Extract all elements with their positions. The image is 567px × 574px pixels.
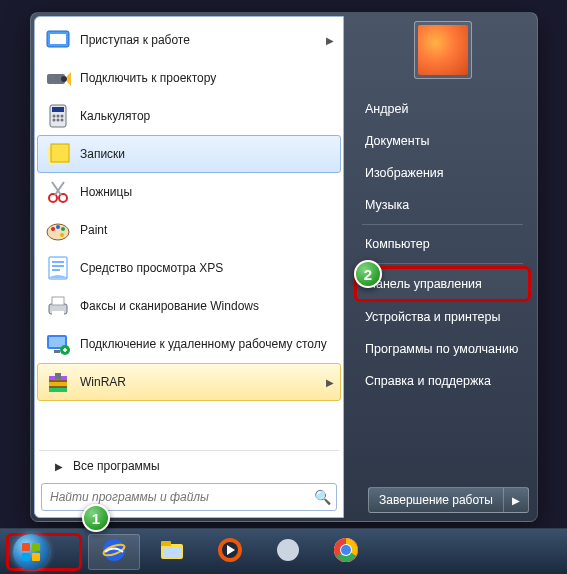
separator	[362, 224, 523, 225]
right-item-2[interactable]: Изображения	[354, 157, 531, 189]
taskbar-item-media-player[interactable]	[204, 534, 256, 570]
start-button[interactable]	[6, 533, 82, 571]
projector-icon	[44, 64, 72, 92]
svg-point-20	[60, 233, 64, 237]
program-item-remote[interactable]: Подключение к удаленному рабочему столу	[37, 325, 341, 363]
svg-point-17	[51, 227, 55, 231]
fax-icon	[44, 292, 72, 320]
svg-point-19	[61, 227, 65, 231]
right-item-8[interactable]: Устройства и принтеры	[354, 301, 531, 333]
windows-orb-icon	[13, 534, 49, 570]
svg-rect-27	[54, 350, 60, 353]
right-item-3[interactable]: Музыка	[354, 189, 531, 221]
svg-point-6	[53, 115, 56, 118]
svg-rect-26	[49, 337, 65, 347]
start-menu: Приступая к работе▶Подключить к проектор…	[30, 12, 538, 522]
triangle-right-icon: ▶	[55, 461, 63, 472]
svg-rect-5	[52, 107, 64, 112]
separator	[39, 450, 339, 451]
svg-point-11	[61, 119, 64, 122]
taskbar-pinned	[88, 534, 372, 570]
program-label: WinRAR	[80, 375, 126, 389]
programs-list: Приступая к работе▶Подключить к проектор…	[35, 17, 343, 448]
shutdown-arrow-icon[interactable]: ▶	[503, 488, 528, 512]
svg-rect-24	[52, 311, 64, 316]
taskbar-item-chrome[interactable]	[320, 534, 372, 570]
svg-point-49	[341, 545, 351, 555]
program-item-xps[interactable]: Средство просмотра XPS	[37, 249, 341, 287]
program-label: Ножницы	[80, 185, 132, 199]
svg-point-18	[56, 225, 60, 229]
program-item-snipping[interactable]: Ножницы	[37, 173, 341, 211]
taskbar	[0, 528, 567, 574]
search-icon[interactable]: 🔍	[308, 489, 336, 505]
svg-rect-37	[32, 553, 40, 561]
program-item-paint[interactable]: Paint	[37, 211, 341, 249]
ie-icon	[99, 535, 129, 569]
sticky-notes-icon	[44, 140, 72, 168]
separator	[362, 263, 523, 264]
program-item-fax[interactable]: Факсы и сканирование Windows	[37, 287, 341, 325]
paint-icon	[44, 216, 72, 244]
right-item-0[interactable]: Андрей	[354, 93, 531, 125]
callout-badge-1: 1	[82, 504, 110, 532]
user-picture-image	[418, 25, 468, 75]
program-label: Paint	[80, 223, 107, 237]
search-box[interactable]: 🔍	[41, 483, 337, 511]
taskbar-item-ie[interactable]	[88, 534, 140, 570]
taskbar-item-unknown[interactable]	[262, 534, 314, 570]
program-label: Записки	[80, 147, 125, 161]
callout-badge-2: 2	[354, 260, 382, 288]
svg-rect-42	[163, 548, 181, 557]
shutdown-row: Завершение работы ▶	[354, 483, 531, 513]
all-programs[interactable]: ▶ Все программы	[35, 453, 343, 479]
shutdown-label: Завершение работы	[369, 488, 503, 512]
svg-rect-35	[32, 543, 40, 551]
program-label: Приступая к работе	[80, 33, 190, 47]
right-item-1[interactable]: Документы	[354, 125, 531, 157]
chevron-right-icon: ▶	[326, 377, 334, 388]
svg-rect-1	[50, 34, 66, 44]
program-item-winrar[interactable]: WinRAR▶	[37, 363, 341, 401]
chevron-right-icon: ▶	[326, 35, 334, 46]
right-item-5[interactable]: Компьютер	[354, 228, 531, 260]
program-item-calculator[interactable]: Калькулятор	[37, 97, 341, 135]
remote-icon	[44, 330, 72, 358]
svg-point-3	[61, 76, 67, 82]
svg-rect-13	[51, 144, 69, 162]
program-item-sticky-notes[interactable]: Записки	[37, 135, 341, 173]
program-item-projector[interactable]: Подключить к проектору	[37, 59, 341, 97]
svg-point-10	[57, 119, 60, 122]
right-item-9[interactable]: Программы по умолчанию	[354, 333, 531, 365]
winrar-icon	[44, 368, 72, 396]
right-item-10[interactable]: Справка и поддержка	[354, 365, 531, 397]
media-player-icon	[215, 535, 245, 569]
svg-rect-31	[49, 382, 67, 386]
svg-point-9	[53, 119, 56, 122]
unknown-icon	[273, 535, 303, 569]
svg-rect-34	[22, 543, 30, 551]
program-label: Средство просмотра XPS	[80, 261, 223, 275]
program-label: Калькулятор	[80, 109, 150, 123]
svg-point-7	[57, 115, 60, 118]
svg-rect-33	[55, 373, 61, 379]
explorer-icon	[157, 535, 187, 569]
program-item-getting-started[interactable]: Приступая к работе▶	[37, 21, 341, 59]
getting-started-icon	[44, 26, 72, 54]
user-picture[interactable]	[414, 21, 472, 79]
shutdown-button[interactable]: Завершение работы ▶	[368, 487, 529, 513]
svg-rect-23	[52, 297, 64, 305]
right-items-list: АндрейДокументыИзображенияМузыкаКомпьюте…	[354, 93, 531, 397]
all-programs-label: Все программы	[73, 459, 160, 473]
left-panel: Приступая к работе▶Подключить к проектор…	[34, 16, 344, 518]
svg-rect-36	[22, 553, 30, 561]
svg-rect-32	[49, 388, 67, 392]
program-label: Подключение к удаленному рабочему столу	[80, 337, 327, 351]
svg-point-8	[61, 115, 64, 118]
program-label: Факсы и сканирование Windows	[80, 299, 259, 313]
program-label: Подключить к проектору	[80, 71, 216, 85]
chrome-icon	[331, 535, 361, 569]
calculator-icon	[44, 102, 72, 130]
taskbar-item-explorer[interactable]	[146, 534, 198, 570]
search-input[interactable]	[42, 484, 308, 510]
